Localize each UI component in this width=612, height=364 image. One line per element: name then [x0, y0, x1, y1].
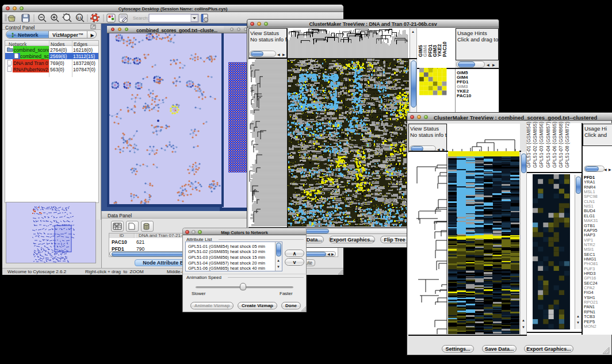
- svg-text:1:1: 1:1: [77, 16, 82, 20]
- svg-text:GPL51-01 (GSM854): GPL51-01 (GSM854): [526, 122, 531, 168]
- svg-text:GPL51-07 (GSM868): GPL51-07 (GSM868): [558, 122, 564, 168]
- svg-text:GPL51-06 (GSM865): GPL51-06 (GSM865): [552, 122, 557, 168]
- svg-text:PAC10: PAC10: [442, 41, 447, 57]
- svg-text:GPL51-08 (GSM872): GPL51-08 (GSM872): [564, 122, 570, 168]
- svg-text:Search:: Search:: [133, 16, 149, 21]
- svg-text:GPL51-02 (GSM855): GPL51-02 (GSM855): [532, 122, 538, 168]
- svg-text:GPL51-04 (GSM857): GPL51-04 (GSM857): [545, 122, 551, 168]
- svg-text:GPL51-03 (GSM856): GPL51-03 (GSM856): [538, 122, 544, 168]
